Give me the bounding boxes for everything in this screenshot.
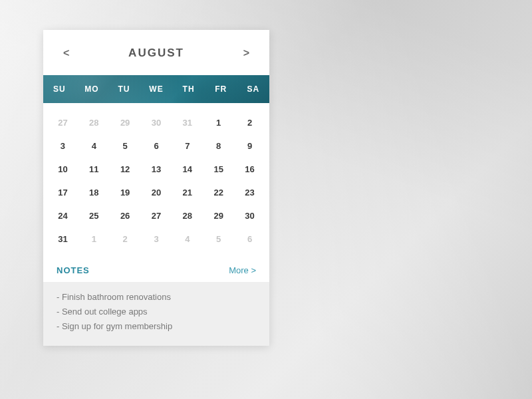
weekday-label: SU [43,75,76,103]
day-cell[interactable]: 25 [78,204,110,227]
day-cell[interactable]: 27 [141,204,172,227]
day-cell[interactable]: 28 [172,204,203,227]
note-item: - Finish bathroom renovations [57,290,256,305]
day-cell[interactable]: 4 [172,227,203,251]
day-cell[interactable]: 2 [234,111,265,134]
weekday-label: WE [140,75,173,103]
day-cell[interactable]: 24 [47,204,78,227]
day-cell[interactable]: 9 [234,134,265,158]
weekday-label: MO [76,75,108,103]
day-cell[interactable]: 14 [172,158,203,181]
day-cell[interactable]: 8 [203,134,234,158]
day-cell[interactable]: 4 [78,134,110,158]
day-cell[interactable]: 28 [78,111,110,134]
day-cell[interactable]: 6 [234,227,265,251]
day-cell[interactable]: 18 [78,181,110,204]
weekday-label: FR [205,75,237,103]
day-cell[interactable]: 2 [110,227,141,251]
day-cell[interactable]: 11 [78,158,110,181]
day-cell[interactable]: 5 [110,134,141,158]
day-cell[interactable]: 27 [47,111,78,134]
day-cell[interactable]: 10 [47,158,78,181]
notes-header: NOTES More > [43,260,269,282]
day-cell[interactable]: 30 [141,111,172,134]
day-cell[interactable]: 21 [172,181,203,204]
day-cell[interactable]: 16 [234,158,265,181]
prev-month-button[interactable]: < [59,45,73,62]
day-cell[interactable]: 22 [203,181,234,204]
notes-body: - Finish bathroom renovations- Send out … [43,282,269,346]
day-cell[interactable]: 7 [172,134,203,158]
day-cell[interactable]: 5 [203,227,234,251]
day-cell[interactable]: 13 [141,158,172,181]
weekday-label: TU [108,75,140,103]
day-cell[interactable]: 30 [234,204,265,227]
day-cell[interactable]: 12 [110,158,141,181]
more-link[interactable]: More > [229,265,256,275]
day-cell[interactable]: 6 [141,134,172,158]
weekday-label: TH [172,75,205,103]
weekday-header-row: SUMOTUWETHFRSA [43,75,269,103]
day-cell[interactable]: 1 [78,227,110,251]
calendar-header: < AUGUST > [43,30,269,75]
next-month-button[interactable]: > [239,45,253,62]
notes-section: NOTES More > - Finish bathroom renovatio… [43,260,269,346]
month-title: AUGUST [128,47,184,60]
day-cell[interactable]: 1 [203,111,234,134]
day-cell[interactable]: 31 [172,111,203,134]
day-cell[interactable]: 17 [47,181,78,204]
notes-title: NOTES [57,265,90,275]
calendar-card: < AUGUST > SUMOTUWETHFRSA 27282930311234… [43,30,269,346]
day-cell[interactable]: 26 [110,204,141,227]
day-cell[interactable]: 19 [110,181,141,204]
day-cell[interactable]: 31 [47,227,78,251]
note-item: - Send out college apps [57,305,256,319]
day-cell[interactable]: 3 [141,227,172,251]
day-cell[interactable]: 3 [47,134,78,158]
day-cell[interactable]: 15 [203,158,234,181]
days-grid: 2728293031123456789101112131415161718192… [43,103,269,260]
day-cell[interactable]: 29 [203,204,234,227]
day-cell[interactable]: 20 [141,181,172,204]
day-cell[interactable]: 23 [234,181,265,204]
note-item: - Sign up for gym membership [57,319,256,334]
day-cell[interactable]: 29 [110,111,141,134]
weekday-label: SA [237,75,269,103]
